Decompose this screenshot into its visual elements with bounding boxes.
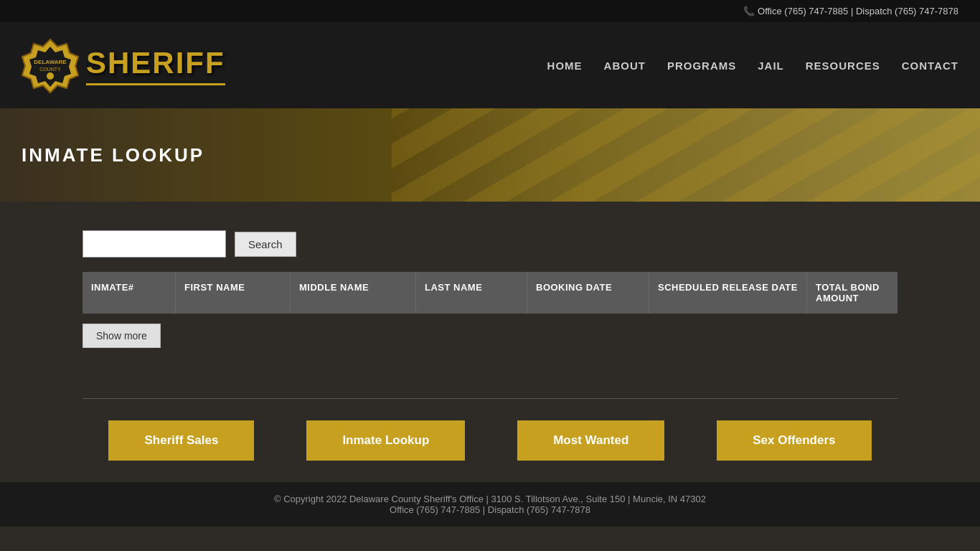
footer: © Copyright 2022 Delaware County Sheriff… bbox=[0, 482, 980, 527]
most-wanted-button[interactable]: Most Wanted bbox=[517, 420, 664, 461]
page-title: INMATE LOOKUP bbox=[22, 144, 204, 166]
nav-about[interactable]: ABOUT bbox=[604, 60, 646, 72]
col-sched: SCHEDULED RELEASE DATE bbox=[649, 272, 807, 314]
office-phone: (765) 747-7885 bbox=[784, 6, 848, 17]
nav-jail[interactable]: JAIL bbox=[758, 60, 784, 72]
col-lname: LAST NAME bbox=[416, 272, 527, 314]
nav-home[interactable]: HOME bbox=[547, 60, 583, 72]
svg-text:COUNTY: COUNTY bbox=[39, 67, 61, 72]
nav-resources[interactable]: RESOURCES bbox=[806, 60, 880, 72]
inmate-lookup-button[interactable]: Inmate Lookup bbox=[306, 420, 465, 461]
dispatch-label: Dispatch bbox=[856, 6, 892, 17]
col-fname: FIRST NAME bbox=[176, 272, 291, 314]
footer-links: Sheriff Sales Inmate Lookup Most Wanted … bbox=[0, 399, 980, 482]
office-label: Office bbox=[758, 6, 782, 17]
logo-area: DELAWARE COUNTY SHERIFF bbox=[22, 37, 225, 94]
svg-point-4 bbox=[47, 72, 54, 80]
phone-icon: 📞 bbox=[743, 6, 755, 17]
footer-contact: Office (765) 747-7885 | Dispatch (765) 7… bbox=[11, 504, 969, 515]
sheriff-badge-icon: DELAWARE COUNTY bbox=[22, 37, 79, 94]
col-inmate: INMATE# bbox=[83, 272, 176, 314]
sex-offenders-button[interactable]: Sex Offenders bbox=[717, 420, 871, 461]
search-button[interactable]: Search bbox=[235, 232, 296, 257]
sheriff-sales-button[interactable]: Sheriff Sales bbox=[108, 420, 254, 461]
col-bond: TOTAL BOND AMOUNT bbox=[807, 272, 897, 314]
main-content: Search INMATE# FIRST NAME MIDDLE NAME LA… bbox=[0, 202, 980, 369]
hero-banner: INMATE LOOKUP bbox=[0, 108, 980, 202]
separator: | bbox=[851, 6, 856, 17]
footer-copyright: © Copyright 2022 Delaware County Sheriff… bbox=[11, 494, 969, 504]
search-row: Search bbox=[83, 230, 897, 258]
dispatch-phone: (765) 747-7878 bbox=[895, 6, 958, 17]
col-booking: BOOKING DATE bbox=[527, 272, 649, 314]
show-more-button[interactable]: Show more bbox=[83, 324, 161, 348]
col-mname: MIDDLE NAME bbox=[291, 272, 416, 314]
main-nav: HOME ABOUT PROGRAMS JAIL RESOURCES CONTA… bbox=[547, 60, 958, 72]
search-input[interactable] bbox=[83, 230, 226, 258]
nav-contact[interactable]: CONTACT bbox=[902, 60, 958, 72]
top-bar: 📞 Office (765) 747-7885 | Dispatch (765)… bbox=[0, 0, 980, 22]
inmate-table-header: INMATE# FIRST NAME MIDDLE NAME LAST NAME… bbox=[83, 272, 897, 314]
header: DELAWARE COUNTY SHERIFF HOME ABOUT PROGR… bbox=[0, 22, 980, 108]
sheriff-title: SHERIFF bbox=[86, 46, 225, 85]
nav-programs[interactable]: PROGRAMS bbox=[667, 60, 736, 72]
svg-text:DELAWARE: DELAWARE bbox=[34, 59, 67, 65]
